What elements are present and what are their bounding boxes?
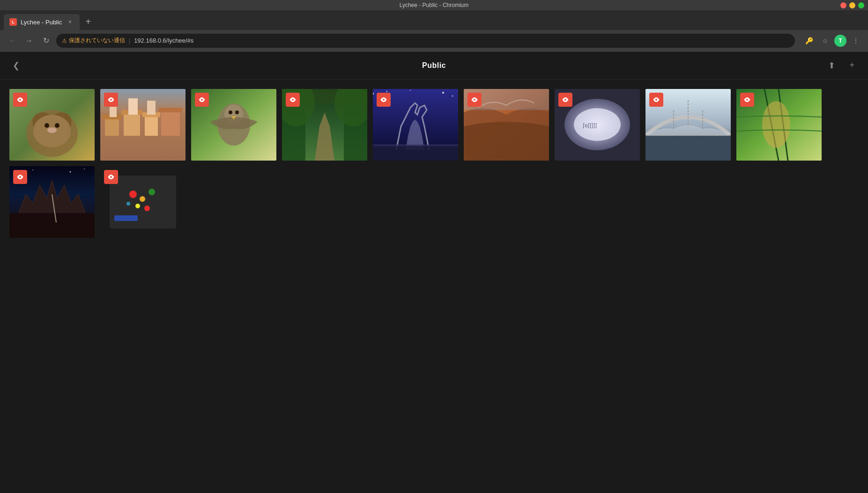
svg-rect-21 xyxy=(147,101,156,115)
security-warning-text: 保護されていない通信 xyxy=(69,37,125,44)
svg-rect-20 xyxy=(128,98,138,115)
eye-icon xyxy=(108,96,114,103)
svg-point-44 xyxy=(383,99,385,101)
svg-rect-13 xyxy=(124,112,140,136)
svg-point-50 xyxy=(574,108,621,141)
svg-text:ʃʊʃʃʃʃʃ: ʃʊʃʃʃʃʃ xyxy=(582,123,597,128)
photo-item[interactable] xyxy=(100,89,185,161)
browser-addressbar: ← → ↻ ⚠ 保護されていない通信 | 192.168.0.6/lychee/… xyxy=(0,30,868,52)
photo-item[interactable] xyxy=(100,166,185,238)
menu-icon: ⋮ xyxy=(853,37,859,44)
user-avatar[interactable]: T xyxy=(834,35,846,47)
svg-point-67 xyxy=(70,171,71,173)
new-tab-button[interactable]: + xyxy=(82,15,95,28)
app-header: ❮ Public ⬆ + xyxy=(0,52,868,80)
bookmark-button[interactable]: ☆ xyxy=(818,34,831,47)
add-button[interactable]: + xyxy=(844,57,861,74)
eye-icon xyxy=(744,96,750,103)
svg-point-22 xyxy=(110,99,112,101)
eye-icon xyxy=(380,96,387,103)
key-icon: 🔑 xyxy=(805,37,813,44)
security-warning: ⚠ 保護されていない通信 xyxy=(62,37,125,44)
svg-rect-43 xyxy=(373,144,458,146)
browser-tabbar: L Lychee - Public × + xyxy=(0,10,868,30)
photo-item[interactable] xyxy=(645,89,731,161)
eye-icon xyxy=(471,96,478,103)
browser-titlebar: Lychee - Public - Chromium xyxy=(0,0,868,10)
photo-item[interactable] xyxy=(464,89,549,161)
svg-point-76 xyxy=(144,206,150,211)
public-badge xyxy=(13,93,27,107)
eye-icon xyxy=(17,96,23,103)
star-icon: ☆ xyxy=(822,37,828,44)
photo-item[interactable]: ʃʊʃʃʃʃʃ xyxy=(555,89,640,161)
photo-item[interactable] xyxy=(191,89,276,161)
eye-icon xyxy=(199,96,205,103)
warning-icon: ⚠ xyxy=(62,37,67,44)
url-text: 192.168.0.6/lychee/#s xyxy=(134,37,193,44)
header-actions: ⬆ + xyxy=(823,57,861,74)
key-button[interactable]: 🔑 xyxy=(802,34,816,47)
add-icon: + xyxy=(850,60,855,70)
photo-item[interactable] xyxy=(736,89,822,161)
back-nav-button[interactable]: ❮ xyxy=(7,57,24,74)
svg-point-75 xyxy=(135,204,140,208)
public-badge xyxy=(649,93,663,107)
public-badge xyxy=(195,93,209,107)
svg-point-59 xyxy=(655,99,657,101)
svg-point-41 xyxy=(410,90,411,91)
svg-point-35 xyxy=(292,99,294,101)
public-badge xyxy=(377,93,391,107)
svg-point-8 xyxy=(19,99,21,101)
svg-point-77 xyxy=(126,202,130,206)
svg-point-5 xyxy=(45,123,49,128)
svg-rect-11 xyxy=(105,117,119,136)
app-content: ❮ Public ⬆ + xyxy=(0,52,868,493)
public-badge xyxy=(286,93,300,107)
svg-rect-78 xyxy=(114,215,138,221)
svg-point-66 xyxy=(32,169,33,170)
forward-button[interactable]: → xyxy=(22,34,36,47)
back-button[interactable]: ← xyxy=(6,34,19,47)
svg-point-73 xyxy=(140,196,145,202)
eye-icon xyxy=(289,96,296,103)
svg-point-39 xyxy=(442,92,444,94)
svg-point-52 xyxy=(564,99,566,101)
eye-icon xyxy=(17,174,23,181)
svg-point-79 xyxy=(110,176,112,178)
photo-item[interactable] xyxy=(9,89,95,161)
svg-point-27 xyxy=(235,110,239,114)
browser-tab-active[interactable]: L Lychee - Public × xyxy=(4,14,80,30)
svg-point-61 xyxy=(762,101,790,148)
browser-action-buttons: 🔑 ☆ T ⋮ xyxy=(802,34,862,47)
svg-rect-15 xyxy=(145,115,158,136)
photo-item[interactable] xyxy=(9,166,95,238)
svg-point-72 xyxy=(129,191,137,198)
photo-item[interactable] xyxy=(373,89,458,161)
tab-close-button[interactable]: × xyxy=(66,18,74,26)
svg-point-40 xyxy=(452,96,453,97)
svg-rect-42 xyxy=(373,145,458,161)
svg-rect-18 xyxy=(159,108,182,112)
reload-button[interactable]: ↻ xyxy=(39,34,52,47)
public-badge xyxy=(104,170,118,184)
svg-point-7 xyxy=(47,127,57,133)
svg-rect-58 xyxy=(645,136,731,161)
svg-point-38 xyxy=(386,91,388,92)
eye-icon xyxy=(108,174,114,181)
public-badge xyxy=(13,170,27,184)
svg-point-28 xyxy=(201,99,203,101)
svg-point-62 xyxy=(746,99,748,101)
svg-point-68 xyxy=(84,169,85,169)
svg-rect-17 xyxy=(161,110,180,136)
public-badge xyxy=(740,93,754,107)
svg-point-69 xyxy=(19,176,21,178)
photo-item[interactable] xyxy=(282,89,367,161)
tab-title: Lychee - Public xyxy=(21,19,62,26)
browser-title: Lychee - Public - Chromium xyxy=(400,2,469,8)
upload-button[interactable]: ⬆ xyxy=(823,57,840,74)
menu-button[interactable]: ⋮ xyxy=(849,34,862,47)
svg-point-74 xyxy=(148,189,155,195)
address-bar[interactable]: ⚠ 保護されていない通信 | 192.168.0.6/lychee/#s xyxy=(56,34,795,48)
upload-icon: ⬆ xyxy=(828,60,835,71)
